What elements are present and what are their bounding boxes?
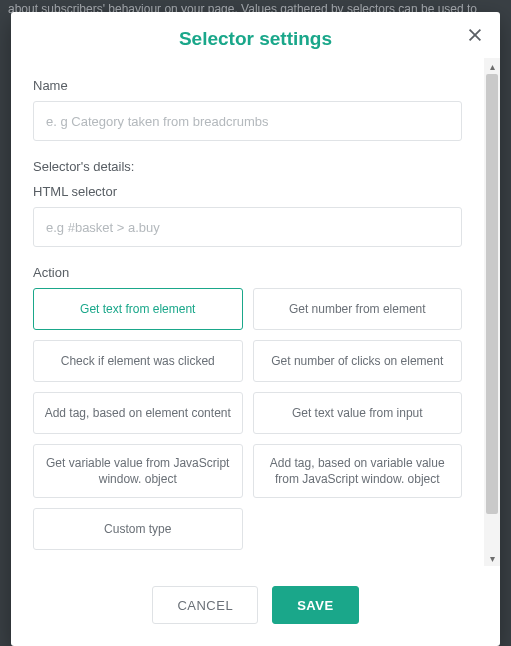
action-add-tag-element-content[interactable]: Add tag, based on element content — [33, 392, 243, 434]
action-custom-type[interactable]: Custom type — [33, 508, 243, 550]
action-add-tag-variable-js-window[interactable]: Add tag, based on variable value from Ja… — [253, 444, 463, 498]
html-selector-label: HTML selector — [33, 184, 462, 199]
action-get-number-of-clicks[interactable]: Get number of clicks on element — [253, 340, 463, 382]
action-label: Action — [33, 265, 462, 280]
action-get-variable-js-window[interactable]: Get variable value from JavaScript windo… — [33, 444, 243, 498]
close-button[interactable] — [466, 26, 486, 46]
modal-title: Selector settings — [11, 28, 500, 50]
action-get-text-from-element[interactable]: Get text from element — [33, 288, 243, 330]
selector-settings-modal: Selector settings Name Selector's detail… — [11, 12, 500, 646]
modal-header: Selector settings — [11, 12, 500, 58]
action-check-if-element-clicked[interactable]: Check if element was clicked — [33, 340, 243, 382]
name-label: Name — [33, 78, 462, 93]
action-get-text-value-from-input[interactable]: Get text value from input — [253, 392, 463, 434]
scrollbar[interactable]: ▴ ▾ — [484, 58, 500, 566]
scroll-thumb[interactable] — [486, 74, 498, 514]
save-button[interactable]: SAVE — [272, 586, 358, 624]
name-input[interactable] — [33, 101, 462, 141]
scroll-up-arrow-icon[interactable]: ▴ — [484, 58, 500, 74]
action-get-number-from-element[interactable]: Get number from element — [253, 288, 463, 330]
close-icon — [466, 26, 484, 44]
cancel-button[interactable]: CANCEL — [152, 586, 258, 624]
modal-footer: CANCEL SAVE — [11, 566, 500, 646]
details-label: Selector's details: — [33, 159, 462, 174]
scroll-down-arrow-icon[interactable]: ▾ — [484, 550, 500, 566]
action-grid: Get text from element Get number from el… — [33, 288, 462, 550]
modal-body-wrap: Name Selector's details: HTML selector A… — [11, 58, 500, 566]
html-selector-input[interactable] — [33, 207, 462, 247]
modal-body[interactable]: Name Selector's details: HTML selector A… — [11, 58, 484, 566]
